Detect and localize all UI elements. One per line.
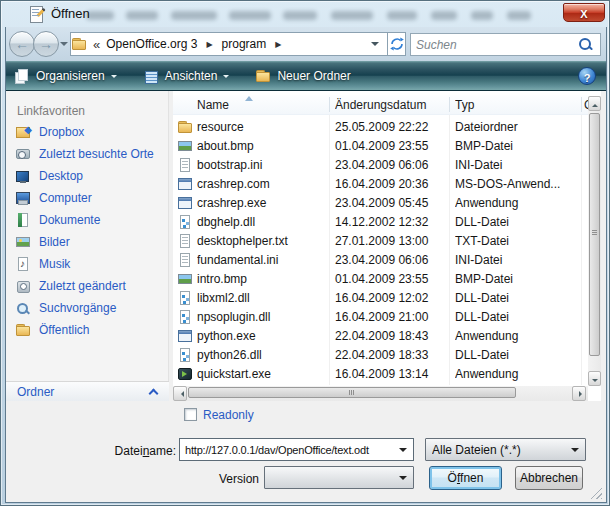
- search-icon[interactable]: [579, 38, 592, 51]
- file-icon: [177, 157, 193, 173]
- column-divider[interactable]: [581, 97, 582, 112]
- scroll-right-button[interactable]: [572, 386, 586, 401]
- organize-button[interactable]: Organisieren: [6, 64, 125, 88]
- open-button-label: Öffnen: [430, 467, 501, 489]
- forward-button[interactable]: →: [33, 31, 59, 57]
- file-row[interactable]: resource 25.05.2009 22:22 Dateiordner: [173, 118, 588, 137]
- vertical-scroll-thumb[interactable]: [589, 113, 600, 356]
- column-header-date[interactable]: Änderungsdatum: [335, 98, 445, 112]
- cancel-button[interactable]: Abbrechen: [515, 466, 583, 490]
- sidebar-item-icon: [15, 190, 31, 206]
- search-input[interactable]: [416, 35, 576, 54]
- file-row[interactable]: crashrep.exe 23.04.2009 05:45 Anwendung: [173, 194, 588, 213]
- file-name: about.bmp: [197, 139, 327, 153]
- file-rows: resource 25.05.2009 22:22 Dateiordner ab…: [173, 118, 588, 384]
- content-area: Linkfavoriten Dropbox Zuletzt besuchte O…: [6, 91, 606, 401]
- history-dropdown-icon[interactable]: [60, 42, 68, 50]
- file-type: DLL-Datei: [455, 215, 579, 229]
- scroll-up-button[interactable]: [588, 96, 601, 111]
- back-button[interactable]: ←: [9, 31, 35, 57]
- sidebar-item[interactable]: Öffentlich: [6, 319, 169, 341]
- file-name: python.exe: [197, 329, 327, 343]
- file-row[interactable]: intro.bmp 01.04.2009 23:55 BMP-Datei: [173, 270, 588, 289]
- sidebar-item[interactable]: Zuletzt besuchte Orte: [6, 143, 169, 165]
- file-icon: [177, 290, 193, 306]
- breadcrumb-overflow-chevron[interactable]: «: [87, 37, 102, 52]
- sidebar-item[interactable]: Dropbox: [6, 121, 169, 143]
- window-title: Öffnen: [51, 6, 90, 21]
- sidebar-item[interactable]: Suchvorgänge: [6, 297, 169, 319]
- file-row[interactable]: crashrep.com 16.04.2009 20:36 MS-DOS-Anw…: [173, 175, 588, 194]
- file-row[interactable]: bootstrap.ini 23.04.2009 06:06 INI-Datei: [173, 156, 588, 175]
- readonly-label: Readonly: [203, 408, 254, 422]
- filetype-select[interactable]: Alle Dateien (*.*): [425, 438, 586, 461]
- file-date: 16.04.2009 21:00: [335, 310, 447, 324]
- file-icon: [177, 119, 193, 135]
- filename-label-post: ame:: [149, 444, 176, 458]
- file-row[interactable]: dbghelp.dll 14.12.2002 12:32 DLL-Datei: [173, 213, 588, 232]
- resize-grip[interactable]: [590, 487, 602, 499]
- help-button[interactable]: ?: [578, 67, 596, 85]
- sidebar-item[interactable]: Bilder: [6, 231, 169, 253]
- address-dropdown-icon[interactable]: [371, 42, 379, 50]
- views-button[interactable]: Ansichten: [135, 64, 238, 88]
- navigation-bar: ← → « OpenOffice.org 3 ▶ program ▶: [6, 27, 606, 61]
- file-icon: [177, 138, 193, 154]
- command-toolbar: Organisieren Ansichten Neuer Ordner ?: [6, 61, 606, 91]
- sidebar-item-icon: [15, 146, 31, 162]
- arrow-up-icon: [592, 101, 598, 107]
- horizontal-scrollbar[interactable]: [173, 386, 588, 401]
- filename-input[interactable]: [181, 440, 393, 459]
- file-row[interactable]: about.bmp 01.04.2009 23:55 BMP-Datei: [173, 137, 588, 156]
- column-header-type[interactable]: Typ: [455, 98, 575, 112]
- horizontal-scroll-thumb[interactable]: [188, 387, 516, 398]
- file-row[interactable]: libxml2.dll 16.04.2009 12:02 DLL-Datei: [173, 289, 588, 308]
- background-blur: [86, 11, 114, 20]
- file-row[interactable]: python26.dll 22.04.2009 18:33 DLL-Datei: [173, 346, 588, 365]
- breadcrumb-item[interactable]: program: [218, 37, 271, 51]
- column-header-name[interactable]: Name: [197, 98, 325, 112]
- titlebar[interactable]: Öffnen X: [1, 1, 610, 27]
- background-blur: [471, 11, 493, 20]
- file-row[interactable]: npsoplugin.dll 16.04.2009 21:00 DLL-Date…: [173, 308, 588, 327]
- breadcrumb-separator-icon[interactable]: ▶: [201, 40, 217, 49]
- sidebar-item[interactable]: Zuletzt geändert: [6, 275, 169, 297]
- file-row[interactable]: quickstart.exe 16.04.2009 13:14 Anwendun…: [173, 365, 588, 384]
- file-name: dbghelp.dll: [197, 215, 327, 229]
- sidebar-item[interactable]: Musik: [6, 253, 169, 275]
- breadcrumb-item[interactable]: OpenOffice.org 3: [102, 37, 201, 51]
- folders-expander[interactable]: Ordner: [6, 381, 169, 401]
- scroll-down-button[interactable]: [588, 371, 601, 386]
- column-divider[interactable]: [329, 97, 330, 112]
- sidebar-item[interactable]: Computer: [6, 187, 169, 209]
- address-bar[interactable]: « OpenOffice.org 3 ▶ program ▶: [70, 32, 388, 56]
- refresh-button[interactable]: [388, 32, 406, 56]
- favorites-sidebar: Linkfavoriten Dropbox Zuletzt besuchte O…: [6, 91, 169, 401]
- close-button[interactable]: X: [563, 3, 605, 22]
- scroll-left-button[interactable]: [173, 386, 187, 401]
- open-button[interactable]: Öffnen: [429, 466, 502, 490]
- file-icon: [177, 176, 193, 192]
- open-dialog-window: Öffnen X ← → « OpenOffice.org 3 ▶ progra…: [0, 0, 610, 506]
- file-name: desktophelper.txt: [197, 234, 327, 248]
- new-folder-button[interactable]: Neuer Ordner: [247, 64, 358, 88]
- list-header: Name Änderungsdatum Typ G: [173, 95, 588, 115]
- breadcrumb-separator-icon[interactable]: ▶: [270, 40, 286, 49]
- readonly-checkbox[interactable]: [184, 408, 197, 421]
- filename-dropdown-icon[interactable]: [399, 448, 407, 456]
- sidebar-item-icon: [15, 234, 31, 250]
- vertical-scrollbar[interactable]: [588, 96, 601, 386]
- dialog-client-area: ← → « OpenOffice.org 3 ▶ program ▶: [5, 27, 607, 503]
- chevron-down-icon: [223, 75, 229, 81]
- sidebar-item[interactable]: Dokumente: [6, 209, 169, 231]
- file-row[interactable]: python.exe 22.04.2009 18:43 Anwendung: [173, 327, 588, 346]
- file-type: DLL-Datei: [455, 291, 579, 305]
- file-row[interactable]: fundamental.ini 23.04.2009 06:06 INI-Dat…: [173, 251, 588, 270]
- version-select[interactable]: [264, 466, 414, 489]
- sidebar-item[interactable]: Desktop: [6, 165, 169, 187]
- file-row[interactable]: desktophelper.txt 27.01.2009 13:00 TXT-D…: [173, 232, 588, 251]
- file-type: TXT-Datei: [455, 234, 579, 248]
- column-divider[interactable]: [449, 97, 450, 112]
- file-icon: [177, 214, 193, 230]
- file-type: DLL-Datei: [455, 348, 579, 362]
